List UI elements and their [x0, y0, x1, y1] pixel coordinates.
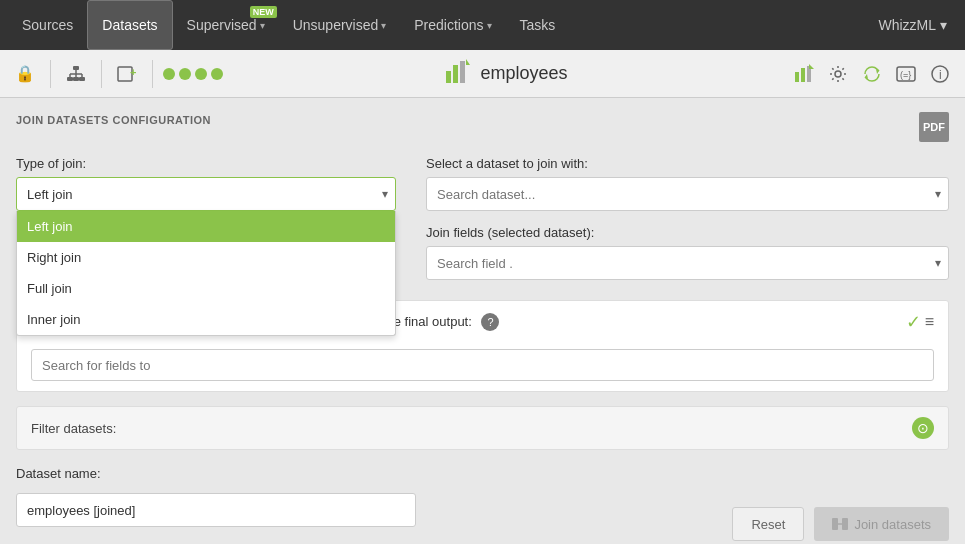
section-header: JOIN DATASETS CONFIGURATION PDF — [16, 112, 949, 142]
join-type-select[interactable]: Left join — [16, 177, 396, 211]
nav-user-label: WhizzML — [878, 17, 936, 33]
refresh-icon[interactable] — [857, 59, 887, 89]
svg-rect-11 — [446, 71, 451, 83]
svg-rect-0 — [73, 66, 79, 70]
toolbar-sep-2 — [101, 60, 102, 88]
join-type-section: Type of join: Left join ▾ Left join Righ… — [16, 156, 396, 280]
nav-supervised[interactable]: Supervised NEW ▾ — [173, 0, 279, 50]
join-fields-wrapper: ▾ — [426, 246, 949, 280]
choose-fields-help-icon[interactable]: ? — [481, 313, 499, 331]
join-button[interactable]: Join datasets — [814, 507, 949, 541]
user-arrow-icon: ▾ — [940, 17, 947, 33]
nav-predictions[interactable]: Predictions ▾ — [400, 0, 505, 50]
svg-rect-3 — [79, 77, 85, 81]
new-badge: NEW — [250, 6, 277, 18]
nav-tasks-label: Tasks — [520, 17, 556, 33]
toolbar-sep-3 — [152, 60, 153, 88]
unsupervised-arrow-icon: ▾ — [381, 20, 386, 31]
dot-4 — [211, 68, 223, 80]
join-option-inner[interactable]: Inner join — [17, 304, 395, 335]
chart-options-icon[interactable] — [789, 59, 819, 89]
lock-icon[interactable]: 🔒 — [10, 59, 40, 89]
nav-supervised-label: Supervised — [187, 17, 257, 33]
join-option-full[interactable]: Full join — [17, 273, 395, 304]
join-button-label: Join datasets — [854, 517, 931, 532]
search-dataset-input[interactable] — [426, 177, 949, 211]
svg-text:(=}: (=} — [900, 70, 911, 80]
section-title: JOIN DATASETS CONFIGURATION — [16, 114, 211, 126]
dataset-name-section: Dataset name: — [16, 466, 416, 527]
svg-rect-1 — [67, 77, 73, 81]
status-dots — [163, 68, 223, 80]
nav-datasets[interactable]: Datasets — [87, 0, 172, 50]
toolbar-title-area: employees — [229, 57, 783, 91]
toolbar: 🔒 + — [0, 50, 965, 98]
info-icon[interactable]: i — [925, 59, 955, 89]
svg-text:+: + — [130, 66, 136, 78]
nav-datasets-label: Datasets — [102, 17, 157, 33]
svg-rect-12 — [453, 65, 458, 83]
list-icon[interactable]: ≡ — [925, 313, 934, 331]
nav-unsupervised[interactable]: Unsupervised ▾ — [279, 0, 401, 50]
filter-label: Filter datasets: — [31, 421, 116, 436]
action-buttons: Reset Join datasets — [732, 507, 949, 541]
hierarchy-icon[interactable] — [61, 59, 91, 89]
dataset-name-input[interactable] — [16, 493, 416, 527]
dot-2 — [179, 68, 191, 80]
join-config: Type of join: Left join ▾ Left join Righ… — [16, 156, 949, 280]
join-type-dropdown: Left join Right join Full join Inner joi… — [16, 211, 396, 336]
settings-icon[interactable] — [823, 59, 853, 89]
join-type-select-wrapper: Left join ▾ Left join Right join Full jo… — [16, 177, 396, 211]
svg-marker-14 — [466, 59, 470, 65]
supervised-arrow-icon: ▾ — [260, 20, 265, 31]
bottom-row: Dataset name: Reset Join datasets — [16, 466, 949, 541]
filter-toggle-icon[interactable]: ⊙ — [912, 417, 934, 439]
dot-3 — [195, 68, 207, 80]
select-dataset-wrapper: ▾ — [426, 177, 949, 211]
join-option-right[interactable]: Right join — [17, 242, 395, 273]
filter-section: Filter datasets: ⊙ — [16, 406, 949, 450]
main-content: JOIN DATASETS CONFIGURATION PDF ? Type o… — [0, 98, 965, 544]
nav-tasks[interactable]: Tasks — [506, 0, 570, 50]
check-icon: ✓ — [906, 311, 921, 333]
search-fields-input[interactable] — [31, 349, 934, 381]
select-dataset-label: Select a dataset to join with: — [426, 156, 949, 171]
chart-icon — [444, 57, 472, 91]
pdf-button[interactable]: PDF — [919, 112, 949, 142]
dot-1 — [163, 68, 175, 80]
svg-rect-25 — [842, 518, 848, 530]
svg-marker-18 — [809, 64, 814, 69]
reset-button[interactable]: Reset — [732, 507, 804, 541]
nav-unsupervised-label: Unsupervised — [293, 17, 379, 33]
join-option-left[interactable]: Left join — [17, 211, 395, 242]
svg-rect-13 — [460, 61, 465, 83]
join-right-section: Select a dataset to join with: ▾ Join fi… — [426, 156, 949, 280]
nav-sources-label: Sources — [22, 17, 73, 33]
svg-rect-24 — [832, 518, 838, 530]
add-icon[interactable]: + — [112, 59, 142, 89]
code-icon[interactable]: (=} — [891, 59, 921, 89]
svg-rect-15 — [795, 72, 799, 82]
join-fields-label: Join fields (selected dataset): — [426, 225, 949, 240]
svg-text:i: i — [939, 68, 942, 82]
dataset-name-label: Dataset name: — [16, 466, 416, 481]
check-toggle: ✓ ≡ — [906, 311, 934, 333]
search-field-input[interactable] — [426, 246, 949, 280]
svg-point-19 — [835, 71, 841, 77]
nav-predictions-label: Predictions — [414, 17, 483, 33]
toolbar-right: (=} i — [789, 59, 955, 89]
nav-user[interactable]: WhizzML ▾ — [868, 17, 957, 33]
join-type-label: Type of join: — [16, 156, 396, 171]
join-type-selected-value: Left join — [27, 187, 73, 202]
svg-rect-16 — [801, 68, 805, 82]
filter-header[interactable]: Filter datasets: ⊙ — [17, 407, 948, 449]
navbar: Sources Datasets Supervised NEW ▾ Unsupe… — [0, 0, 965, 50]
nav-sources[interactable]: Sources — [8, 0, 87, 50]
predictions-arrow-icon: ▾ — [487, 20, 492, 31]
toolbar-sep-1 — [50, 60, 51, 88]
svg-rect-2 — [73, 77, 79, 81]
choose-fields-body — [17, 343, 948, 391]
page-title: employees — [480, 63, 567, 84]
